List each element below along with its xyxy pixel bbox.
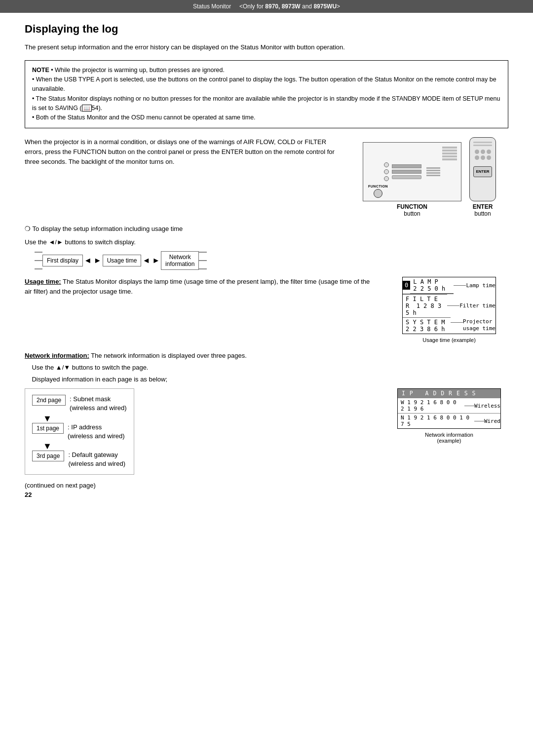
- monitor-row-1: 0 L A M P 2 2 5 0 h Lamp time: [403, 277, 495, 294]
- use-buttons: Use the ◄/► buttons to switch display.: [25, 238, 136, 246]
- body-paragraph: When the projector is in a normal condit…: [25, 137, 341, 167]
- page-arrow-1: ▼: [43, 414, 127, 423]
- note-bullet-1: • While the projector is warming up, but…: [51, 67, 225, 74]
- note-label: NOTE: [32, 67, 49, 74]
- note-box: NOTE • While the projector is warming up…: [25, 60, 508, 128]
- left-dashes: [35, 252, 42, 269]
- ip-wired-value: N 1 9 2 1 6 8 0 0 1 0 7 5: [398, 414, 474, 428]
- proj-stripes: [426, 167, 440, 176]
- monitor-system-label: S Y S T E M 2 2 3 8 6 h: [403, 318, 451, 334]
- function-small-label: FUNCTION: [368, 185, 388, 188]
- remote-stripe-1: [473, 142, 492, 143]
- circle-bullet: ❍: [25, 225, 31, 232]
- filter-time-label: Filter time: [459, 302, 495, 309]
- usage-paragraph: Usage time: The Status Monitor displays …: [25, 277, 375, 297]
- page-2nd-desc: : Subnet mask(wireless and wired): [70, 395, 127, 413]
- filter-time-connector: Filter time: [447, 302, 495, 309]
- remote-area: ENTER ENTER button: [469, 137, 496, 217]
- enter-label: ENTER: [473, 203, 493, 210]
- display-flow: First display ◄ ► Usage time ◄ ► Network…: [35, 251, 508, 270]
- projector-diagram: FUNCTION FUNCTION button: [363, 137, 496, 217]
- monitor-row-2: F I L T E R 1 2 8 3 5 h Filter time: [403, 294, 495, 317]
- wired-connector: Wired: [474, 418, 500, 424]
- page-title: Displaying the log: [25, 23, 508, 36]
- page-1st-label: 1st page: [32, 423, 64, 434]
- flow-label-network-2: information: [165, 261, 194, 267]
- proj-display-area: [392, 164, 421, 179]
- intro-section: When the projector is in a normal condit…: [25, 137, 508, 217]
- network-section: Network information: The network informa…: [25, 351, 508, 475]
- ip-header: I P A D D R E S S: [398, 389, 500, 398]
- page-row-2nd: 2nd page : Subnet mask(wireless and wire…: [32, 395, 127, 413]
- use-buttons-text: Use the ◄/► buttons to switch display.: [25, 237, 508, 247]
- page-row-1st: 1st page : IP address(wireless and wired…: [32, 423, 127, 441]
- right-dashes: [199, 252, 207, 269]
- page-flow-box: 2nd page : Subnet mask(wireless and wire…: [25, 388, 134, 475]
- net-caption: Network information(example): [425, 432, 473, 444]
- page-1st-desc: : IP address(wireless and wired): [68, 423, 125, 441]
- usage-heading: Usage time:: [25, 278, 61, 285]
- arrow-2: ►: [94, 256, 102, 265]
- network-row: 2nd page : Subnet mask(wireless and wire…: [25, 388, 508, 475]
- body-text-block: When the projector is in a normal condit…: [25, 137, 341, 217]
- function-sub-label: button: [404, 210, 420, 217]
- page-3rd-desc: : Default gateway(wireless and wired): [68, 451, 125, 468]
- monitor-row-inner-3: S Y S T E M 2 2 3 8 6 h: [403, 317, 451, 334]
- note-bullet-4: • Both of the Status Monitor and the OSD…: [32, 114, 256, 121]
- projector-usage-connector: Projectorusage time: [451, 318, 495, 333]
- flow-label-network-1: Network: [169, 254, 191, 261]
- arrow-1: ◄: [84, 256, 92, 265]
- diagram-area: FUNCTION FUNCTION button: [350, 137, 508, 217]
- ip-wired-row: N 1 9 2 1 6 8 0 0 1 0 7 5 Wired: [398, 413, 500, 428]
- note-icon: 📖: [82, 105, 92, 112]
- flow-box-usage: Usage time: [103, 255, 142, 266]
- usage-text-block: Usage time: The Status Monitor displays …: [25, 277, 375, 343]
- network-line2: Use the ▲/▼ buttons to switch the page.: [25, 363, 508, 373]
- page-row-3rd: 3rd page : Default gateway(wireless and …: [32, 451, 127, 468]
- arrow-3: ◄: [142, 256, 150, 265]
- monitor-lamp-label: L A M P 2 2 5 0 h: [410, 277, 454, 294]
- model-8970: 8970, 8973W: [265, 3, 300, 10]
- status-qualifier: <Only for 8970, 8973W and 8975WU>: [239, 3, 340, 10]
- network-each-page: Displayed information in each page is as…: [25, 376, 167, 383]
- page-flow-area: 2nd page : Subnet mask(wireless and wire…: [25, 388, 375, 475]
- note-page-ref: 54).: [92, 105, 103, 112]
- ip-wireless-value: W 1 9 2 1 6 8 0 0 2 1 9 6: [398, 398, 464, 413]
- continued-text: (continued on next page): [25, 482, 508, 489]
- monitor-row-3: S Y S T E M 2 2 3 8 6 h Projectorusage t…: [403, 317, 495, 334]
- projector-illustration: FUNCTION FUNCTION button: [363, 142, 461, 217]
- flow-box-network: Network information: [161, 251, 199, 270]
- lamp-time-label: Lamp time: [466, 282, 495, 289]
- main-content: Displaying the log The present setup inf…: [0, 13, 533, 513]
- wireless-connector: Wireless: [464, 403, 500, 409]
- function-label-area: FUNCTION: [397, 203, 427, 210]
- enter-sub-label: button: [474, 210, 491, 217]
- lamp-time-connector: Lamp time: [454, 282, 495, 289]
- ip-table: I P A D D R E S S W 1 9 2 1 6 8 0 0 2 1 …: [397, 388, 501, 429]
- circle-text: To display the setup information includi…: [32, 225, 183, 232]
- status-bar-text: Status Monitor: [193, 3, 231, 10]
- network-buttons-text: Use the ▲/▼ buttons to switch the page.: [25, 364, 148, 371]
- arrow-4: ►: [152, 256, 160, 265]
- monitor-row-inner-2: F I L T E R 1 2 8 3 5 h: [403, 294, 447, 317]
- flow-label-first: First display: [47, 257, 78, 264]
- network-heading-text: Network information: The network informa…: [25, 351, 508, 361]
- function-label: FUNCTION: [397, 203, 427, 210]
- projector-usage-label: Projectorusage time: [463, 318, 495, 333]
- monitor-row-inner-1: 0 L A M P 2 2 5 0 h: [403, 277, 454, 294]
- flow-label-usage: Usage time: [107, 257, 137, 264]
- page-3rd-label: 3rd page: [32, 451, 64, 461]
- usage-monitor-area: 0 L A M P 2 2 5 0 h Lamp time F I L T E …: [390, 277, 508, 343]
- ip-table-area: I P A D D R E S S W 1 9 2 1 6 8 0 0 2 1 …: [390, 388, 508, 475]
- remote-device: ENTER: [469, 137, 496, 201]
- network-body: The network information is displayed ove…: [91, 352, 247, 359]
- note-bullet-3: • The Status Monitor displays nothing or…: [32, 95, 500, 112]
- monitor-table: 0 L A M P 2 2 5 0 h Lamp time F I L T E …: [402, 277, 496, 334]
- page-number: 22: [25, 491, 508, 498]
- projector-box: FUNCTION: [363, 142, 461, 201]
- status-bar: Status Monitor <Only for 8970, 8973W and…: [0, 0, 533, 13]
- projector-right-slots: [442, 147, 457, 160]
- network-line3: Displayed information in each page is as…: [25, 375, 508, 384]
- circle-item: ❍ To display the setup information inclu…: [25, 224, 508, 234]
- intro-text: The present setup information and the er…: [25, 42, 508, 52]
